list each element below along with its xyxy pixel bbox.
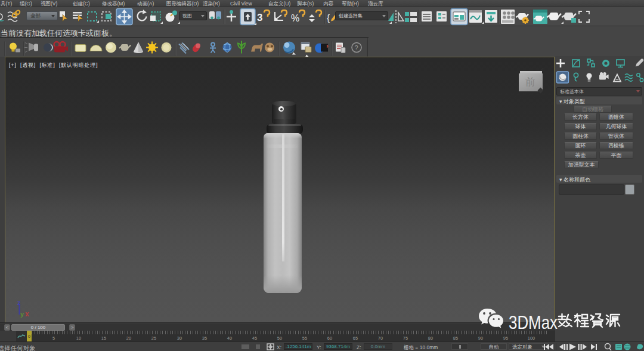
svg-text:z: z	[17, 299, 21, 306]
svg-text:3: 3	[257, 12, 262, 23]
svg-text:{: {	[327, 13, 330, 23]
svg-text:y: y	[20, 310, 24, 318]
svg-text:%: %	[291, 13, 299, 23]
svg-text:?: ?	[355, 44, 358, 51]
svg-text:x: x	[25, 310, 29, 318]
svg-text:3DMax: 3DMax	[509, 312, 558, 333]
